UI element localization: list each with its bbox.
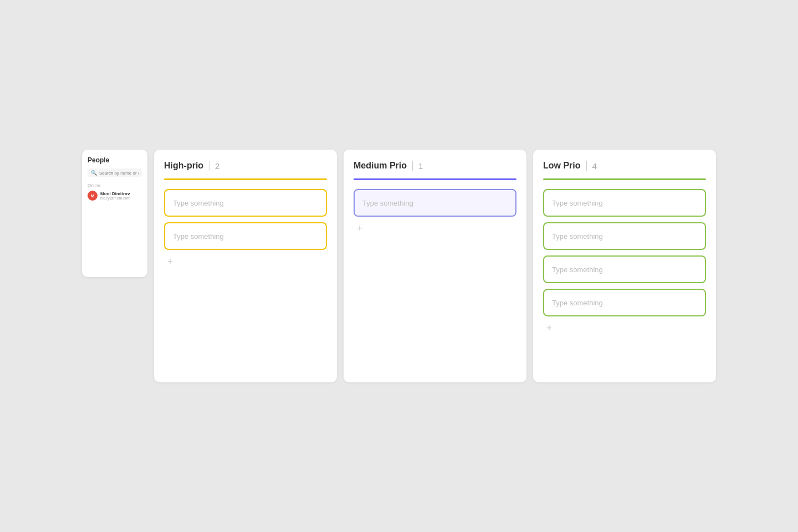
people-sidebar: People 🔍 Online M Moni Dimitrov macy@mon… [82, 150, 147, 277]
add-card-button[interactable]: + [543, 322, 555, 334]
card-placeholder: Type something [552, 199, 603, 207]
avatar: M [88, 191, 98, 201]
card: Type something [164, 222, 327, 250]
person-item: M Moni Dimitrov macy@moni.com [88, 191, 142, 201]
column-medium-prio: Medium Prio1Type something+ [344, 150, 526, 382]
card: Type something [543, 289, 706, 316]
column-title: Low Prio [543, 161, 581, 171]
column-count: 4 [592, 161, 597, 171]
sidebar-title: People [88, 156, 142, 164]
column-underline [543, 178, 706, 180]
column-divider [209, 161, 209, 171]
person-info: Moni Dimitrov macy@moni.com [100, 191, 130, 200]
person-email: macy@moni.com [100, 196, 130, 200]
column-divider [412, 161, 413, 171]
card: Type something [543, 189, 706, 217]
column-low-prio: Low Prio4Type somethingType somethingTyp… [533, 150, 716, 382]
status-label: Online [88, 183, 142, 188]
card-placeholder: Type something [552, 299, 603, 307]
add-card-button[interactable]: + [164, 255, 176, 268]
search-icon: 🔍 [91, 170, 97, 176]
card: Type something [543, 222, 706, 250]
card-placeholder: Type something [173, 199, 224, 207]
column-header: High-prio2 [164, 161, 327, 171]
card: Type something [164, 189, 327, 217]
card-placeholder: Type something [173, 232, 224, 241]
column-underline [354, 178, 516, 180]
card-placeholder: Type something [552, 232, 603, 241]
column-count: 2 [215, 161, 219, 171]
column-header: Low Prio4 [543, 161, 706, 171]
column-title: High-prio [164, 161, 203, 171]
card: Type something [543, 255, 706, 283]
column-underline [164, 178, 327, 180]
column-header: Medium Prio1 [354, 161, 516, 171]
card: Type something [354, 189, 516, 217]
card-placeholder: Type something [552, 265, 603, 274]
main-container: People 🔍 Online M Moni Dimitrov macy@mon… [71, 139, 727, 393]
add-card-button[interactable]: + [354, 222, 366, 234]
kanban-board: High-prio2Type somethingType something+M… [154, 150, 716, 382]
person-name: Moni Dimitrov [100, 191, 130, 196]
column-high-prio: High-prio2Type somethingType something+ [154, 150, 337, 382]
column-count: 1 [418, 161, 423, 171]
column-divider [586, 161, 587, 171]
search-box: 🔍 [88, 168, 142, 177]
search-input[interactable] [99, 171, 139, 176]
column-title: Medium Prio [354, 161, 407, 171]
card-placeholder: Type something [362, 199, 413, 207]
